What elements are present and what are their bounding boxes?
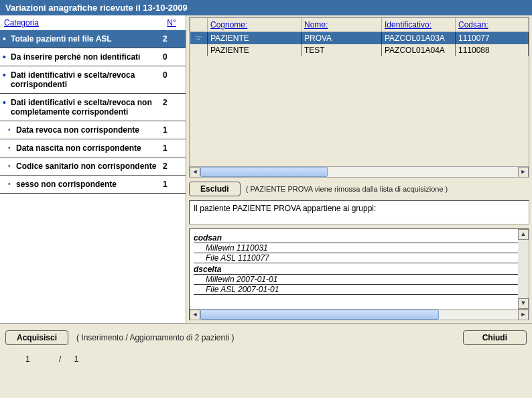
- category-text: Data revoca non corrispondente: [16, 125, 163, 135]
- category-text: Data nascita non corrispondente: [16, 143, 163, 153]
- bullet-icon: •: [8, 125, 16, 135]
- cell-ident: PAZCOL01A04A: [382, 44, 456, 56]
- category-row[interactable]: •Dati identificativi e scelta/revoca cor…: [0, 66, 186, 94]
- escludi-button[interactable]: Escludi: [189, 182, 241, 196]
- cell-ident: PAZCOL01A03A: [382, 32, 456, 45]
- escludi-note: ( PAZIENTE PROVA viene rimossa dalla lis…: [246, 185, 448, 193]
- category-count: 1: [163, 143, 182, 153]
- table-row[interactable]: PAZIENTETESTPAZCOL01A04A1110088: [190, 44, 529, 56]
- cell-cognome: PAZIENTE: [208, 44, 302, 56]
- vertical-scrollbar[interactable]: ▲ ▼: [518, 229, 529, 309]
- detail-dscelta-head: dscelta: [194, 265, 525, 275]
- chiudi-button[interactable]: Chiudi: [463, 330, 527, 345]
- category-row[interactable]: •Dati identificativi e scelta/revoca non…: [0, 94, 186, 121]
- cell-codsan: 1110088: [456, 44, 529, 56]
- category-count: 1: [163, 125, 182, 135]
- category-row[interactable]: •Data revoca non corrispondente1: [0, 121, 186, 139]
- category-text: Codice sanitario non corrispondente: [16, 161, 163, 171]
- col-nome[interactable]: Nome:: [302, 18, 382, 32]
- category-panel: Categoria N° •Totale pazienti nel file A…: [0, 15, 186, 323]
- scroll-right-icon[interactable]: ►: [518, 310, 529, 320]
- patient-table-wrap: Cognome: Nome: Identificativo: Codsan: ☞…: [189, 17, 529, 178]
- acquisisci-button[interactable]: Acquisisci: [5, 330, 68, 345]
- col-codsan[interactable]: Codsan:: [456, 18, 529, 32]
- bullet-icon: •: [3, 98, 11, 117]
- category-header-count[interactable]: N°: [161, 18, 182, 27]
- pager: 1 / 1: [0, 349, 532, 369]
- category-header: Categoria N°: [0, 15, 186, 30]
- scroll-left-icon[interactable]: ◄: [190, 310, 200, 320]
- category-count: 0: [163, 52, 182, 62]
- category-text: Da inserire perchè non identificati: [11, 52, 163, 62]
- pager-current: 1: [25, 354, 30, 364]
- detail-codsan-fileasl: File ASL 1110077: [194, 253, 525, 263]
- category-count: 1: [163, 180, 182, 189]
- scroll-down-icon[interactable]: ▼: [518, 298, 529, 309]
- category-count: 0: [163, 70, 182, 89]
- category-row[interactable]: •sesso non corrispondente1: [0, 176, 186, 194]
- cell-nome: TEST: [302, 44, 382, 56]
- col-cognome[interactable]: Cognome:: [208, 18, 302, 32]
- detail-dscelta-fileasl: File ASL 2007-01-01: [194, 285, 525, 295]
- category-row[interactable]: •Totale pazienti nel file ASL2: [0, 30, 186, 48]
- category-count: 2: [163, 34, 182, 44]
- category-row[interactable]: •Codice sanitario non corrispondente2: [0, 157, 186, 176]
- col-identificativo[interactable]: Identificativo:: [382, 18, 456, 32]
- pager-sep: /: [59, 354, 61, 364]
- window-title: Variazioni anagrafiche ricevute il 13-10…: [0, 0, 532, 15]
- patient-table[interactable]: Cognome: Nome: Identificativo: Codsan: ☞…: [190, 17, 529, 56]
- scroll-up-icon[interactable]: ▲: [518, 229, 529, 240]
- cell-nome: PROVA: [302, 32, 382, 45]
- bottom-bar: Acquisisci ( Inserimento / Aggiornamento…: [0, 324, 532, 349]
- col-pointer: [190, 18, 208, 32]
- category-count: 2: [163, 98, 182, 117]
- category-text: Dati identificativi e scelta/revoca corr…: [11, 70, 163, 89]
- category-text: sesso non corrispondente: [16, 180, 163, 189]
- horizontal-scrollbar[interactable]: ◄ ►: [190, 166, 529, 177]
- acquisisci-note: ( Inserimento / Aggiornamento di 2 pazie…: [76, 333, 234, 342]
- category-header-label[interactable]: Categoria: [4, 18, 161, 27]
- scroll-left-icon[interactable]: ◄: [190, 167, 200, 178]
- row-pointer-icon: ☞: [190, 32, 208, 45]
- table-row[interactable]: ☞PAZIENTEPROVAPAZCOL01A03A1110077: [190, 32, 529, 45]
- patient-groups-text: Il paziente PAZIENTE PROVA appartiene ai…: [194, 204, 376, 213]
- category-count: 2: [163, 161, 182, 171]
- detail-box: codsan Millewin 1110031 File ASL 1110077…: [189, 228, 529, 320]
- category-row[interactable]: •Data nascita non corrispondente1: [0, 139, 186, 157]
- row-pointer-icon: [190, 44, 208, 56]
- category-text: Totale pazienti nel file ASL: [11, 34, 163, 44]
- category-row[interactable]: •Da inserire perchè non identificati0: [0, 48, 186, 66]
- bullet-icon: •: [8, 143, 16, 153]
- category-text: Dati identificativi e scelta/revoca non …: [11, 98, 163, 117]
- bullet-icon: •: [3, 34, 11, 44]
- detail-dscelta-millewin: Millewin 2007-01-01: [194, 275, 525, 285]
- bullet-icon: •: [8, 161, 16, 171]
- pager-total: 1: [74, 354, 79, 364]
- bullet-icon: •: [3, 52, 11, 62]
- detail-codsan-head: codsan: [194, 233, 525, 243]
- scroll-right-icon[interactable]: ►: [518, 167, 529, 178]
- detail-codsan-millewin: Millewin 1110031: [194, 243, 525, 253]
- bullet-icon: •: [8, 180, 16, 189]
- cell-cognome: PAZIENTE: [208, 32, 302, 45]
- patient-groups-box: Il paziente PAZIENTE PROVA appartiene ai…: [189, 200, 529, 224]
- cell-codsan: 1110077: [456, 32, 529, 45]
- bullet-icon: •: [3, 70, 11, 89]
- horizontal-scrollbar-detail[interactable]: ◄ ►: [190, 309, 529, 320]
